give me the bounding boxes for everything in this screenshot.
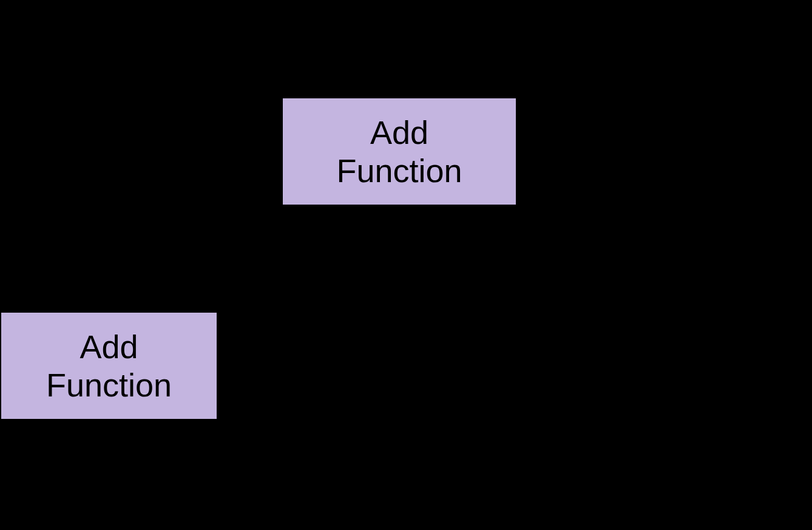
node-label-line2: Function	[46, 366, 172, 404]
diagram-node-add-function-top: Add Function	[282, 97, 517, 206]
node-label-line1: Add	[80, 328, 138, 365]
diagram-node-add-function-bottom: Add Function	[0, 311, 218, 420]
node-label-line1: Add	[370, 114, 428, 151]
node-label-line2: Function	[336, 152, 462, 189]
